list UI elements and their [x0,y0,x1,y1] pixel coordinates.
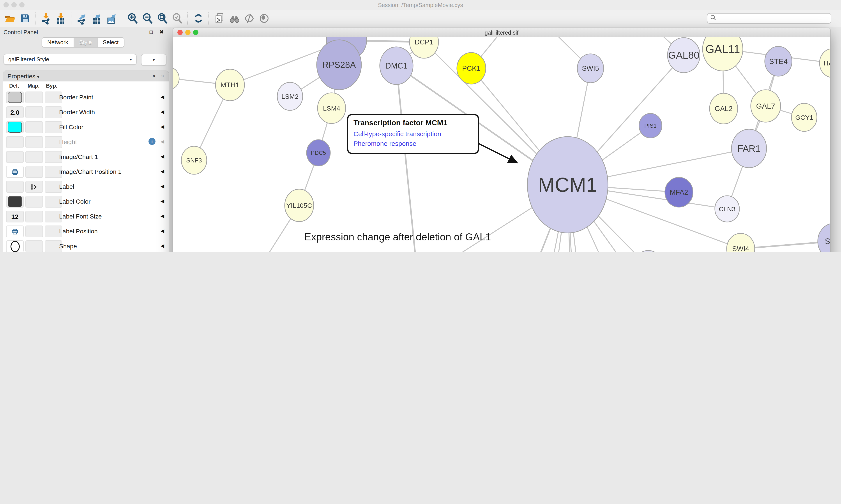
search-input[interactable] [716,15,823,22]
network-canvas[interactable]: DCP1RPS28ADMC1PCK1SWI5GAL80GAL11STE4HAP2… [173,37,830,252]
network-node-snf3[interactable]: SNF3 [181,146,207,174]
property-row-label-font-size[interactable]: 12Label Font Size◀ [3,209,168,224]
style-options-button[interactable]: ▾ [141,54,166,66]
mapping-cell[interactable] [25,226,43,237]
mapping-cell[interactable] [25,106,43,118]
default-cell[interactable]: 12 [6,211,24,222]
network-node-cln3[interactable]: CLN3 [715,196,739,222]
default-cell[interactable] [6,181,24,193]
zoom-fit-icon[interactable] [156,12,169,25]
network-node-swi4[interactable]: SWI4 [727,233,755,252]
color-swatch[interactable] [8,92,22,103]
annotation-box[interactable]: Transcription factor MCM1 Cell-type-spec… [347,114,479,154]
network-node-yil105c[interactable]: YIL105C [285,189,314,221]
info-icon[interactable]: i [148,138,156,145]
open-folder-icon[interactable] [3,12,17,25]
network-node-dcp1[interactable]: DCP1 [410,37,439,58]
expand-property-icon[interactable]: ◀ [161,243,164,249]
expand-property-icon[interactable]: ◀ [161,154,164,159]
default-cell[interactable] [6,91,24,103]
network-node-pck1[interactable]: PCK1 [457,53,486,84]
mapping-cell[interactable] [25,240,43,252]
binoculars-icon[interactable] [228,12,241,25]
network-node-mcm1[interactable]: MCM1 [527,137,608,233]
mapping-cell[interactable] [25,196,43,208]
panel-window-buttons[interactable]: □ ✖ [149,29,166,35]
color-swatch[interactable] [8,122,22,133]
expand-property-icon[interactable]: ◀ [161,168,164,174]
eye-icon[interactable] [257,12,271,25]
network-edge[interactable] [396,66,418,252]
default-value[interactable]: 12 [11,213,18,220]
network-node-mth1[interactable]: MTH1 [215,69,245,101]
default-cell[interactable] [6,151,24,163]
default-cell[interactable] [6,196,24,208]
copy-icon[interactable] [213,12,226,25]
network-node[interactable] [173,68,179,89]
property-row-image-chart-position-1[interactable]: Image/Chart Position 1◀ [3,165,168,180]
property-row-height[interactable]: Heighti◀ [3,135,168,150]
property-row-shape[interactable]: Shape◀ [3,239,168,252]
mapping-cell[interactable] [25,181,43,193]
apply-layout-icon[interactable] [192,12,205,25]
export-table-icon[interactable] [90,12,103,25]
style-selector[interactable]: galFiltered Style ▾ [3,54,137,65]
expand-property-icon[interactable]: ◀ [161,183,164,189]
properties-header[interactable]: Properties ▾ » « [3,71,168,82]
network-node-hap2[interactable]: HAP2 [820,49,830,77]
property-row-border-width[interactable]: 2.0Border Width◀ [3,105,168,121]
import-network-icon[interactable] [39,12,53,25]
expand-all-icon[interactable]: » [153,72,156,79]
network-node-lsm2[interactable]: LSM2 [277,82,303,110]
expand-property-icon[interactable]: ◀ [161,198,164,204]
mapping-cell[interactable] [25,151,43,163]
save-icon[interactable] [18,12,32,25]
mapping-cell[interactable] [25,136,43,148]
property-row-fill-color[interactable]: Fill Color◀ [3,120,168,135]
network-node-ste4[interactable]: STE4 [765,47,792,76]
mapping-cell[interactable] [25,121,43,133]
default-cell[interactable] [6,166,24,178]
expand-property-icon[interactable]: ◀ [161,94,164,100]
network-node-gcy1[interactable]: GCY1 [791,103,817,131]
expand-property-icon[interactable]: ◀ [161,124,164,130]
expand-property-icon[interactable]: ◀ [161,213,164,219]
property-row-label-color[interactable]: Label Color◀ [3,194,168,210]
property-row-label-position[interactable]: Label Position◀ [3,224,168,239]
default-value[interactable]: 2.0 [10,109,19,116]
network-node-gal80[interactable]: GAL80 [667,38,700,73]
search-box[interactable] [707,13,831,24]
mapping-cell[interactable] [25,211,43,222]
tab-select[interactable]: Select [97,38,124,47]
network-node-rps28a[interactable]: RPS28A [317,40,361,90]
import-table-icon[interactable] [54,12,68,25]
mapping-cell[interactable] [25,166,43,178]
property-row-label[interactable]: Label◀ [3,180,168,195]
network-node-swi5[interactable]: SWI5 [577,54,604,83]
zoom-out-icon[interactable] [141,12,154,25]
eye-slash-icon[interactable] [243,12,256,25]
annotation-link[interactable]: Cell-type-specific transcription [354,129,472,139]
network-node-pis1[interactable]: PIS1 [639,113,662,138]
network-node-pdc5[interactable]: PDC5 [307,140,330,166]
network-node-slt2[interactable]: SLT2 [818,223,830,252]
collapse-all-icon[interactable]: « [161,72,164,79]
default-cell[interactable]: 2.0 [6,106,24,118]
default-cell[interactable] [6,240,24,252]
export-image-icon[interactable] [105,12,118,25]
default-cell[interactable] [6,226,24,237]
network-node-dmc1[interactable]: DMC1 [380,47,413,85]
property-row-image-chart-1[interactable]: Image/Chart 1◀ [3,150,168,165]
zoom-selected-icon[interactable] [171,12,184,25]
network-node-mfa2[interactable]: MFA2 [665,177,693,207]
network-node-lsm4[interactable]: LSM4 [318,93,345,124]
zoom-in-icon[interactable] [126,12,139,25]
color-swatch[interactable] [8,196,22,207]
network-window-titlebar[interactable]: galFiltered.sif [173,28,830,37]
annotation-link[interactable]: Pheromone response [354,139,472,148]
expand-property-icon[interactable]: ◀ [161,139,164,144]
network-node-gal11[interactable]: GAL11 [702,37,743,71]
tab-network[interactable]: Network [42,38,74,47]
expand-property-icon[interactable]: ◀ [161,109,164,115]
network-node-far1[interactable]: FAR1 [732,129,767,168]
